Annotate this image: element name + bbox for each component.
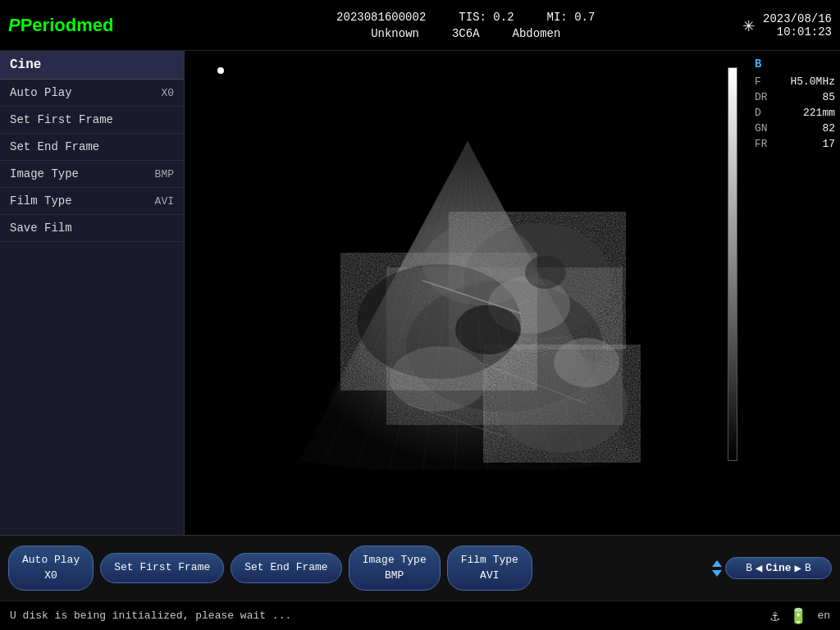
- main-area: Cine Auto Play X0 Set First Frame Set En…: [0, 51, 840, 535]
- logo-area: PPeriodmed: [8, 15, 189, 36]
- menu-item-save-film[interactable]: Save Film: [0, 215, 184, 242]
- header-row-1: 2023081600002 TIS: 0.2 MI: 0.7: [336, 11, 595, 24]
- cine-arrows-up-down: [712, 560, 722, 577]
- rp-value-dr: 85: [822, 91, 835, 103]
- rp-value-d: 221mm: [803, 107, 835, 119]
- btn-auto-play-line2: X0: [44, 568, 57, 583]
- header-row-2: Unknown 3C6A Abdomen: [371, 27, 560, 40]
- usb-icon: ⚓: [771, 607, 780, 625]
- battery-icon: 🔋: [789, 607, 807, 625]
- cine-control: B ◀ Cine ▶ B: [725, 557, 832, 579]
- menu-item-autoplay-shortcut: X0: [161, 87, 174, 99]
- rp-row-f: F H5.0MHz: [755, 75, 835, 88]
- small-dot: [217, 67, 224, 74]
- btn-film-type-line2: AVI: [480, 568, 499, 583]
- header: PPeriodmed 2023081600002 TIS: 0.2 MI: 0.…: [0, 0, 840, 51]
- ultrasound-image: [275, 116, 660, 469]
- rp-value-gn: 82: [822, 122, 835, 135]
- bottom-buttons-bar: Auto Play X0 Set First Frame Set End Fra…: [0, 535, 840, 600]
- depth-bar: [728, 67, 737, 461]
- rp-row-fr: FR 17: [755, 138, 835, 150]
- menu-title: Cine: [0, 51, 184, 80]
- datetime: 2023/08/16 10:01:23: [763, 12, 832, 39]
- btn-auto-play-line1: Auto Play: [22, 553, 80, 568]
- btn-set-first-frame-label: Set First Frame: [114, 560, 210, 575]
- rp-value-f: H5.0MHz: [790, 75, 835, 88]
- cine-arrow-down[interactable]: [712, 570, 722, 577]
- header-center: 2023081600002 TIS: 0.2 MI: 0.7 Unknown 3…: [189, 11, 743, 40]
- btn-set-end-frame-label: Set End Frame: [244, 560, 327, 575]
- status-bar: U disk is being initialized, please wait…: [0, 600, 840, 630]
- image-area: [185, 51, 750, 535]
- menu-item-film-type-value: AVI: [155, 195, 174, 208]
- menu-item-set-first-frame-label: Set First Frame: [10, 113, 113, 126]
- svg-point-9: [455, 305, 521, 354]
- svg-point-7: [554, 338, 619, 387]
- rp-label-f: F: [755, 75, 761, 88]
- logo-text: Periodmed: [21, 15, 114, 35]
- svg-point-8: [390, 346, 488, 412]
- btn-set-first-frame[interactable]: Set First Frame: [100, 553, 224, 582]
- menu-item-autoplay-label: Auto Play: [10, 86, 72, 99]
- rp-row-dr: DR 85: [755, 91, 835, 103]
- btn-film-type[interactable]: Film Type AVI: [447, 546, 532, 590]
- cine-next-icon[interactable]: ▶: [795, 561, 801, 575]
- probe: 3C6A: [452, 27, 480, 40]
- patient-id: 2023081600002: [336, 11, 426, 24]
- rp-label-dr: DR: [755, 91, 768, 103]
- rp-row-gn: GN 82: [755, 122, 835, 135]
- menu-item-autoplay[interactable]: Auto Play X0: [0, 80, 184, 107]
- menu-item-set-end-frame[interactable]: Set End Frame: [0, 134, 184, 161]
- menu-item-set-end-frame-label: Set End Frame: [10, 140, 99, 153]
- btn-film-type-line1: Film Type: [461, 553, 518, 568]
- cine-prev-icon[interactable]: ◀: [756, 561, 762, 575]
- cine-b-right[interactable]: B: [805, 562, 811, 574]
- right-panel: B F H5.0MHz DR 85 D 221mm GN 82 FR 17: [750, 51, 840, 535]
- rp-label-d: D: [755, 107, 761, 119]
- logo: PPeriodmed: [8, 15, 113, 36]
- status-right: ⚓ 🔋 en: [771, 607, 830, 625]
- rp-label-gn: GN: [755, 122, 768, 135]
- lang-indicator: en: [817, 609, 830, 622]
- snowflake-icon: ✳: [743, 13, 755, 37]
- mi: MI: 0.7: [547, 11, 596, 24]
- menu-item-film-type-label: Film Type: [10, 194, 72, 208]
- menu-item-image-type[interactable]: Image Type BMP: [0, 161, 184, 188]
- cine-b-left[interactable]: B: [746, 562, 752, 574]
- btn-image-type[interactable]: Image Type BMP: [349, 546, 441, 590]
- cine-cluster: B ◀ Cine ▶ B: [712, 557, 832, 579]
- left-menu: Cine Auto Play X0 Set First Frame Set En…: [0, 51, 185, 535]
- menu-item-save-film-label: Save Film: [10, 221, 72, 235]
- btn-image-type-line2: BMP: [385, 568, 404, 583]
- svg-point-10: [525, 256, 566, 289]
- date: 2023/08/16: [763, 12, 832, 25]
- btn-set-end-frame[interactable]: Set End Frame: [231, 553, 341, 582]
- menu-item-image-type-label: Image Type: [10, 167, 79, 180]
- cine-arrow-up[interactable]: [712, 560, 722, 567]
- rp-row-d: D 221mm: [755, 107, 835, 119]
- menu-item-film-type[interactable]: Film Type AVI: [0, 188, 184, 215]
- tis: TIS: 0.2: [459, 11, 514, 24]
- body-part: Abdomen: [513, 27, 561, 40]
- rp-label-fr: FR: [755, 138, 768, 150]
- cine-label: Cine: [765, 562, 791, 574]
- menu-item-set-first-frame[interactable]: Set First Frame: [0, 107, 184, 134]
- rp-value-fr: 17: [822, 138, 835, 150]
- menu-item-image-type-value: BMP: [155, 168, 174, 180]
- mode-label: B: [755, 57, 835, 71]
- status-message: U disk is being initialized, please wait…: [10, 609, 291, 622]
- btn-image-type-line1: Image Type: [363, 553, 427, 568]
- btn-auto-play[interactable]: Auto Play X0: [8, 546, 94, 590]
- time: 10:01:23: [763, 25, 832, 39]
- patient-name: Unknown: [371, 27, 419, 40]
